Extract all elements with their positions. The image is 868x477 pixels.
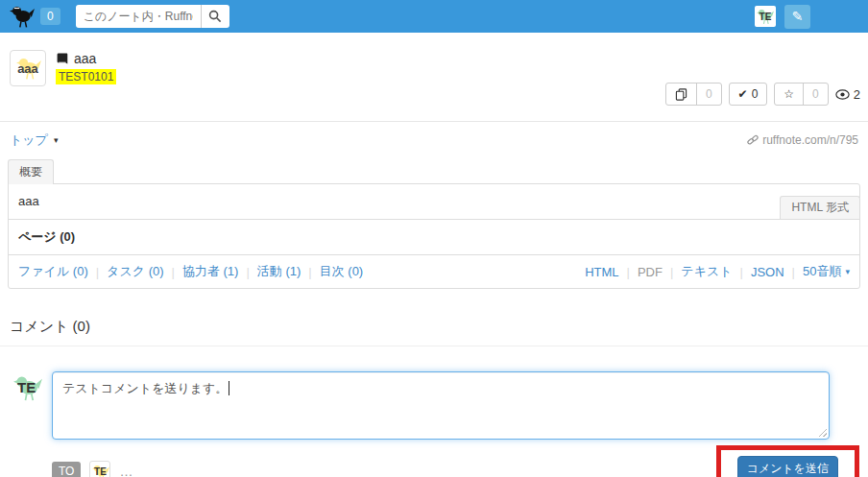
divider: | — [627, 265, 630, 279]
comment-form: TE テストコメントを送ります。 — [12, 371, 830, 440]
red-annotation-highlight: コメントを送信 — [716, 445, 859, 477]
comments-heading: コメント (0) — [10, 318, 858, 336]
overview-content-row: aaa HTML 形式 — [9, 184, 859, 220]
fork-count[interactable]: 0 — [696, 83, 721, 105]
note-title: aaa — [74, 51, 96, 66]
view-count: 2 — [854, 87, 860, 102]
note-header: aaa aaa TEST0101 — [0, 33, 868, 121]
commenter-avatar: TE — [12, 371, 44, 404]
note-owner-avatar[interactable]: aaa — [10, 50, 46, 86]
divider: | — [740, 265, 743, 279]
ruffnote-bird-logo-icon[interactable] — [10, 4, 35, 29]
watch-button[interactable]: ✔ 0 — [729, 83, 768, 106]
comments-divider — [0, 346, 868, 346]
overview-panel: 概要 aaa HTML 形式 ページ (0) ファイル (0) | タスク (0… — [8, 158, 860, 289]
text-cursor — [229, 381, 229, 395]
export-links: HTML | PDF | テキスト | JSON | 50音順 ▾ — [585, 263, 850, 280]
sort-order-dropdown[interactable]: 50音順 ▾ — [803, 263, 850, 280]
fork-button-group: 0 — [665, 83, 722, 106]
pages-section-header: ページ (0) — [9, 220, 859, 255]
divider: | — [670, 265, 673, 279]
commenter-initials: TE — [17, 379, 36, 395]
current-user-avatar[interactable]: TE — [755, 6, 776, 27]
note-url[interactable]: ruffnote.com/n/795 — [747, 133, 858, 147]
divider: | — [308, 265, 311, 279]
export-json-link[interactable]: JSON — [751, 265, 784, 279]
divider: | — [96, 265, 99, 279]
html-format-toggle-button[interactable]: HTML 形式 — [780, 196, 860, 219]
link-toc[interactable]: 目次 (0) — [320, 263, 364, 280]
export-pdf-link: PDF — [638, 265, 663, 279]
star-button-group: ☆ 0 — [774, 83, 828, 106]
note-action-buttons: 0 ✔ 0 ☆ 0 2 — [665, 83, 860, 106]
sort-order-label: 50音順 — [803, 263, 841, 280]
search-input[interactable] — [76, 5, 201, 28]
chevron-down-icon[interactable]: ▾ — [54, 135, 59, 145]
magnifier-icon — [208, 10, 222, 23]
submit-comment-button[interactable]: コメントを送信 — [737, 456, 838, 477]
comment-text: テストコメントを送ります。 — [62, 381, 228, 395]
more-recipients-button[interactable]: … — [119, 464, 135, 477]
to-avatar-initials: TE — [94, 466, 107, 477]
overview-body-text: aaa — [18, 194, 39, 208]
eye-icon — [835, 89, 850, 100]
note-url-text: ruffnote.com/n/795 — [762, 133, 858, 147]
navbar-right: TE ✎ — [755, 5, 810, 29]
note-tag[interactable]: TEST0101 — [56, 69, 116, 84]
export-text-link[interactable]: テキスト — [681, 263, 732, 280]
link-collaborators[interactable]: 協力者 (1) — [182, 263, 239, 280]
page: 0 — [0, 0, 868, 477]
notification-count-badge[interactable]: 0 — [40, 8, 60, 25]
star-icon: ☆ — [784, 87, 794, 101]
to-recipient-avatar[interactable]: TE — [89, 461, 110, 477]
fork-button[interactable] — [666, 83, 696, 105]
link-chain-icon — [747, 134, 759, 146]
pencil-icon: ✎ — [792, 10, 804, 23]
link-files[interactable]: ファイル (0) — [18, 263, 88, 280]
divider: | — [792, 265, 795, 279]
link-tasks[interactable]: タスク (0) — [107, 263, 163, 280]
resize-handle[interactable] — [817, 427, 827, 437]
view-counter: 2 — [835, 87, 860, 102]
note-nav-links: ファイル (0) | タスク (0) | 協力者 (1) | 活動 (1) | … — [18, 263, 363, 280]
owner-avatar-text: aaa — [17, 61, 38, 76]
watch-count: 0 — [752, 87, 759, 101]
book-icon — [56, 52, 69, 65]
breadcrumb-top-link[interactable]: トップ — [10, 131, 48, 149]
comment-textarea[interactable]: テストコメントを送ります。 — [52, 371, 830, 440]
to-recipient-button[interactable]: TO — [52, 462, 81, 477]
divider: | — [246, 265, 249, 279]
star-button[interactable]: ☆ — [775, 83, 803, 105]
new-note-edit-button[interactable]: ✎ — [784, 5, 810, 29]
copy-icon — [675, 88, 687, 101]
tab-overview[interactable]: 概要 — [8, 159, 54, 184]
star-count[interactable]: 0 — [803, 83, 828, 105]
search-bar — [76, 5, 229, 28]
avatar-initials: TE — [760, 12, 772, 22]
export-html-link[interactable]: HTML — [585, 265, 618, 279]
divider: | — [172, 265, 175, 279]
chevron-down-icon: ▾ — [845, 267, 850, 276]
search-button[interactable] — [201, 5, 229, 28]
top-navbar: 0 — [0, 0, 868, 33]
comment-footer: TO TE … コメントを送信 — [52, 445, 860, 477]
breadcrumb-row: トップ ▾ ruffnote.com/n/795 — [0, 122, 868, 156]
link-activity[interactable]: 活動 (1) — [257, 263, 301, 280]
check-icon: ✔ — [738, 87, 748, 101]
note-links-row: ファイル (0) | タスク (0) | 協力者 (1) | 活動 (1) | … — [9, 255, 859, 288]
